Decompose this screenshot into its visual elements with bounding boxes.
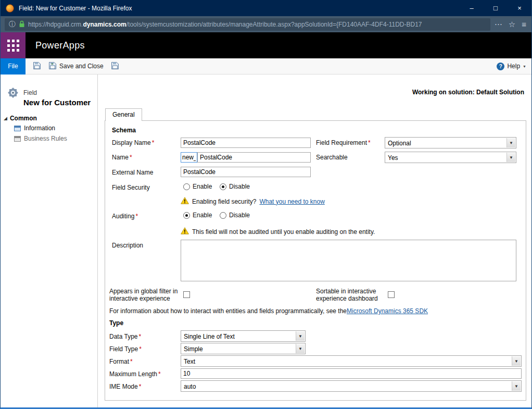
command-toolbar: File Save and Close <box>1 58 531 75</box>
chevron-down-icon: ▼ <box>523 65 526 68</box>
url-bar: ⓘ https://hdpguid.crm.dynamics.com/tools… <box>1 16 531 32</box>
app-header: PowerApps <box>1 32 531 58</box>
dropdown-arrow-icon: ▼ <box>296 331 305 341</box>
searchable-select[interactable]: Yes ▼ <box>385 152 516 163</box>
data-type-select[interactable]: Single Line of Text ▼ <box>181 330 306 342</box>
tree-node-common[interactable]: ◢ Common <box>4 115 37 122</box>
required-marker: * <box>138 333 141 340</box>
radio-icon <box>220 183 226 190</box>
global-filter-checkbox[interactable] <box>183 291 190 298</box>
tree-root-label: Common <box>10 115 37 122</box>
format-label: Format* <box>109 358 133 365</box>
help-icon: ? <box>497 63 504 70</box>
field-requirement-label: Field Requirement* <box>316 139 371 146</box>
sidebar-item-label: Information <box>24 125 55 132</box>
save-icon <box>33 61 41 71</box>
auditing-enable-radio[interactable]: Enable <box>183 212 212 219</box>
maximum-length-input[interactable] <box>181 368 522 379</box>
searchable-label: Searchable <box>316 154 348 161</box>
tab-general[interactable]: General <box>105 108 142 121</box>
required-marker: * <box>130 358 133 365</box>
external-name-label: External Name <box>112 169 153 176</box>
warning-icon <box>181 227 189 236</box>
radio-icon <box>183 183 190 190</box>
save-and-new-icon <box>111 61 119 71</box>
lock-icon[interactable] <box>19 20 25 28</box>
save-button[interactable] <box>33 61 41 71</box>
url-text[interactable]: https://hdpguid.crm.dynamics.com/tools/s… <box>28 21 422 28</box>
auditing-disable-radio[interactable]: Disable <box>220 212 250 219</box>
maximize-button[interactable]: □ <box>484 0 508 16</box>
required-marker: * <box>139 383 142 390</box>
app-brand: PowerApps <box>35 40 85 51</box>
field-security-label: Field Security <box>112 184 150 191</box>
page-title: New for Customer <box>23 98 91 107</box>
radio-icon <box>220 212 226 219</box>
save-and-close-label: Save and Close <box>59 63 104 70</box>
sidebar-item-information[interactable]: Information <box>14 125 55 132</box>
url-prefix: https://hdpguid.crm. <box>28 21 83 28</box>
dynamics-sdk-link[interactable]: Microsoft Dynamics 365 SDK <box>347 307 428 315</box>
required-marker: * <box>130 154 132 161</box>
external-name-input[interactable] <box>181 167 311 177</box>
auditing-note: This field will not be audited until you… <box>181 227 375 236</box>
url-domain: dynamics.com <box>83 21 126 28</box>
save-and-new-button[interactable] <box>111 61 119 71</box>
help-menu[interactable]: ? Help ▼ <box>497 63 526 70</box>
name-label: Name* <box>112 154 132 161</box>
warning-icon <box>181 197 189 206</box>
name-input[interactable] <box>197 152 311 163</box>
required-marker: * <box>158 370 161 378</box>
field-security-disable-radio[interactable]: Disable <box>220 183 250 190</box>
address-field[interactable]: ⓘ https://hdpguid.crm.dynamics.com/tools… <box>5 18 490 31</box>
description-textarea[interactable] <box>181 240 516 281</box>
sidebar-divider <box>97 75 98 407</box>
sidebar-item-label: Business Rules <box>24 135 67 142</box>
sidebar-item-business-rules[interactable]: Business Rules <box>14 135 67 142</box>
dropdown-arrow-icon: ▼ <box>296 344 305 353</box>
required-marker: * <box>368 139 371 146</box>
what-you-need-to-know-link[interactable]: What you need to know <box>259 198 324 205</box>
page-actions-icon[interactable]: ⋯ <box>495 20 502 29</box>
firefox-icon <box>6 4 14 13</box>
save-and-close-button[interactable]: Save and Close <box>48 61 104 71</box>
waffle-menu-icon[interactable] <box>1 32 26 58</box>
sortable-checkbox[interactable] <box>388 291 395 298</box>
field-type-select[interactable]: Simple ▼ <box>181 343 306 354</box>
format-select[interactable]: Text ▼ <box>181 355 522 367</box>
field-requirement-select[interactable]: Optional ▼ <box>385 137 516 148</box>
maximum-length-label: Maximum Length* <box>109 370 161 378</box>
working-on-solution-label: Working on solution: Default Solution <box>412 89 524 96</box>
menu-hamburger-icon[interactable]: ≡ <box>522 20 526 29</box>
ime-mode-select[interactable]: auto ▼ <box>181 380 522 392</box>
close-button[interactable]: × <box>508 0 531 16</box>
display-name-input[interactable] <box>181 138 311 148</box>
dropdown-arrow-icon: ▼ <box>512 381 521 391</box>
field-security-enable-radio[interactable]: Enable <box>183 183 212 190</box>
global-filter-label: Appears in global filter in interactive … <box>109 288 182 302</box>
page-info-icon[interactable]: ⓘ <box>9 20 16 29</box>
titlebar: Field: New for Customer - Mozilla Firefo… <box>1 0 531 16</box>
dropdown-arrow-icon: ▼ <box>506 138 515 147</box>
main-content: Field New for Customer ◢ Common Informat… <box>1 75 531 407</box>
tree-expander-icon[interactable]: ◢ <box>4 116 7 121</box>
field-entity-icon <box>7 86 19 101</box>
field-security-note: Enabling field security? What you need t… <box>181 197 325 206</box>
required-marker: * <box>135 213 138 220</box>
window-title: Field: New for Customer - Mozilla Firefo… <box>19 5 460 12</box>
section-type: Type <box>109 319 123 327</box>
required-marker: * <box>139 345 142 353</box>
bookmark-star-icon[interactable]: ☆ <box>509 20 515 29</box>
display-name-label: Display Name* <box>112 139 154 146</box>
minimize-button[interactable]: – <box>460 0 484 16</box>
file-tab[interactable]: File <box>1 58 26 75</box>
entity-kind-label: Field <box>23 89 37 96</box>
required-marker: * <box>152 139 155 146</box>
business-rules-icon <box>14 136 21 142</box>
browser-window: Field: New for Customer - Mozilla Firefo… <box>0 0 532 409</box>
name-prefix-input[interactable] <box>181 152 197 163</box>
sortable-label: Sortable in interactive experience dashb… <box>316 288 379 302</box>
dropdown-arrow-icon: ▼ <box>512 356 521 366</box>
field-type-label: Field Type* <box>109 345 142 353</box>
auditing-label: Auditing* <box>112 213 138 220</box>
